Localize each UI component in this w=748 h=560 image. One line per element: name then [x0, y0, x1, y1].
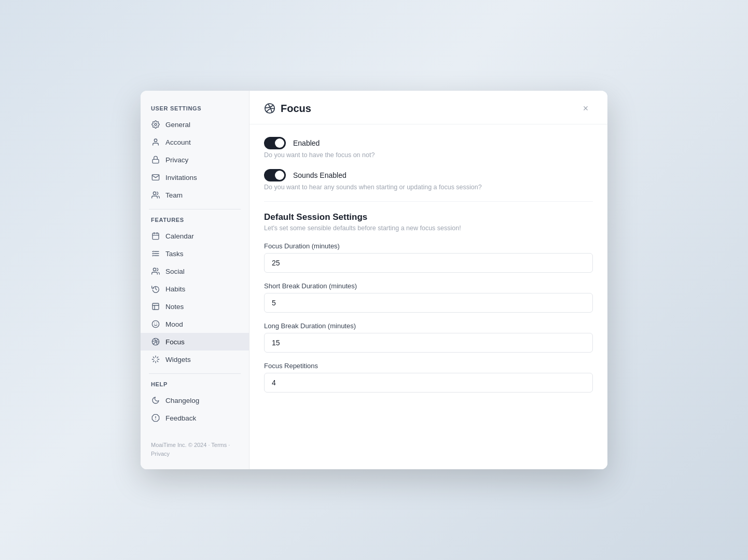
sidebar-item-invitations[interactable]: Invitations	[141, 169, 249, 186]
svg-line-21	[153, 357, 154, 358]
sidebar-item-social-label: Social	[165, 268, 185, 275]
session-section-sub: Let's set some sensible defaults before …	[264, 225, 593, 232]
sidebar-item-changelog[interactable]: Changelog	[141, 391, 249, 409]
sidebar-item-widgets[interactable]: Widgets	[141, 351, 249, 368]
settings-modal: User Settings General Account	[141, 91, 607, 469]
sidebar-item-changelog-label: Changelog	[165, 397, 199, 404]
focus-duration-field: Focus Duration (minutes)	[264, 242, 593, 273]
sounds-toggle[interactable]	[264, 169, 286, 181]
sidebar-item-focus-label: Focus	[165, 338, 185, 346]
sidebar: User Settings General Account	[141, 91, 250, 469]
main-content: Focus × Enabled Do you want to have the …	[250, 91, 607, 469]
page-title: Focus	[281, 103, 311, 115]
sidebar-item-general-label: General	[165, 121, 190, 129]
sidebar-item-feedback-label: Feedback	[165, 414, 196, 422]
gear-icon	[151, 120, 160, 129]
short-break-field: Short Break Duration (minutes)	[264, 282, 593, 313]
sidebar-item-notes-label: Notes	[165, 303, 184, 311]
svg-point-3	[153, 192, 156, 194]
modal-overlay: User Settings General Account	[0, 0, 748, 560]
sidebar-item-account[interactable]: Account	[141, 133, 249, 151]
sidebar-item-widgets-label: Widgets	[165, 356, 191, 363]
focus-icon	[151, 337, 160, 346]
enabled-label: Enabled	[293, 139, 320, 147]
sounds-desc: Do you want to hear any sounds when star…	[264, 184, 593, 191]
focus-header-icon	[264, 103, 275, 114]
sidebar-item-team[interactable]: Team	[141, 186, 249, 204]
focus-duration-input[interactable]	[264, 253, 593, 273]
svg-point-11	[153, 268, 156, 271]
svg-rect-2	[153, 159, 159, 163]
section-divider	[264, 201, 593, 202]
repetitions-label: Focus Repetitions	[264, 362, 593, 370]
mood-icon	[151, 319, 160, 329]
sidebar-item-account-label: Account	[165, 138, 191, 146]
enabled-toggle-row: Enabled	[264, 137, 593, 149]
repetitions-input[interactable]	[264, 373, 593, 393]
sidebar-item-feedback[interactable]: Feedback	[141, 409, 249, 427]
team-icon	[151, 190, 160, 200]
sidebar-item-focus[interactable]: Focus	[141, 333, 249, 351]
main-header-left: Focus	[264, 103, 311, 115]
sidebar-item-habits[interactable]: Habits	[141, 280, 249, 298]
sidebar-item-mood-label: Mood	[165, 320, 183, 328]
sidebar-item-tasks[interactable]: Tasks	[141, 245, 249, 262]
divider-1	[149, 209, 241, 209]
session-section-heading: Default Session Settings	[264, 212, 593, 222]
lock-icon	[151, 155, 160, 164]
svg-line-22	[157, 361, 158, 362]
sidebar-item-privacy[interactable]: Privacy	[141, 151, 249, 169]
sounds-label: Sounds Enabled	[293, 171, 347, 179]
focus-duration-label: Focus Duration (minutes)	[264, 242, 593, 250]
svg-point-1	[154, 139, 157, 142]
sounds-toggle-row: Sounds Enabled	[264, 169, 593, 181]
svg-rect-12	[153, 303, 159, 310]
svg-point-15	[152, 320, 159, 327]
sidebar-item-general[interactable]: General	[141, 116, 249, 133]
sidebar-item-privacy-label: Privacy	[165, 156, 188, 164]
svg-line-25	[153, 361, 154, 362]
close-button[interactable]: ×	[578, 101, 593, 116]
habits-icon	[151, 284, 160, 293]
sidebar-item-social[interactable]: Social	[141, 262, 249, 280]
enabled-toggle[interactable]	[264, 137, 286, 149]
long-break-input[interactable]	[264, 333, 593, 353]
main-body: Enabled Do you want to have the focus on…	[250, 124, 607, 469]
person-icon	[151, 137, 160, 147]
sidebar-item-calendar-label: Calendar	[165, 232, 194, 240]
feedback-icon	[151, 413, 160, 423]
sidebar-item-habits-label: Habits	[165, 285, 185, 293]
sidebar-section-features: Features	[141, 217, 249, 227]
tasks-icon	[151, 249, 160, 258]
sidebar-item-tasks-label: Tasks	[165, 250, 184, 258]
sidebar-item-calendar[interactable]: Calendar	[141, 227, 249, 245]
social-icon	[151, 267, 160, 276]
divider-2	[149, 373, 241, 374]
notes-icon	[151, 302, 160, 311]
sidebar-section-help: Help	[141, 381, 249, 391]
svg-rect-4	[153, 233, 159, 240]
enabled-desc: Do you want to have the focus on not?	[264, 151, 593, 159]
long-break-field: Long Break Duration (minutes)	[264, 322, 593, 353]
sidebar-item-mood[interactable]: Mood	[141, 315, 249, 333]
sidebar-item-notes[interactable]: Notes	[141, 298, 249, 315]
sidebar-item-team-label: Team	[165, 191, 183, 199]
long-break-label: Long Break Duration (minutes)	[264, 322, 593, 330]
calendar-icon	[151, 231, 160, 241]
sidebar-footer: MoaiTime Inc. © 2024 · Terms · Privacy	[141, 435, 249, 461]
changelog-icon	[151, 396, 160, 405]
mail-icon	[151, 173, 160, 182]
widgets-icon	[151, 355, 160, 364]
sidebar-section-user: User Settings	[141, 105, 249, 116]
main-header: Focus ×	[250, 91, 607, 124]
repetitions-field: Focus Repetitions	[264, 362, 593, 393]
sidebar-item-invitations-label: Invitations	[165, 174, 197, 181]
short-break-input[interactable]	[264, 293, 593, 313]
svg-line-26	[157, 357, 158, 358]
short-break-label: Short Break Duration (minutes)	[264, 282, 593, 290]
svg-point-0	[155, 123, 157, 125]
